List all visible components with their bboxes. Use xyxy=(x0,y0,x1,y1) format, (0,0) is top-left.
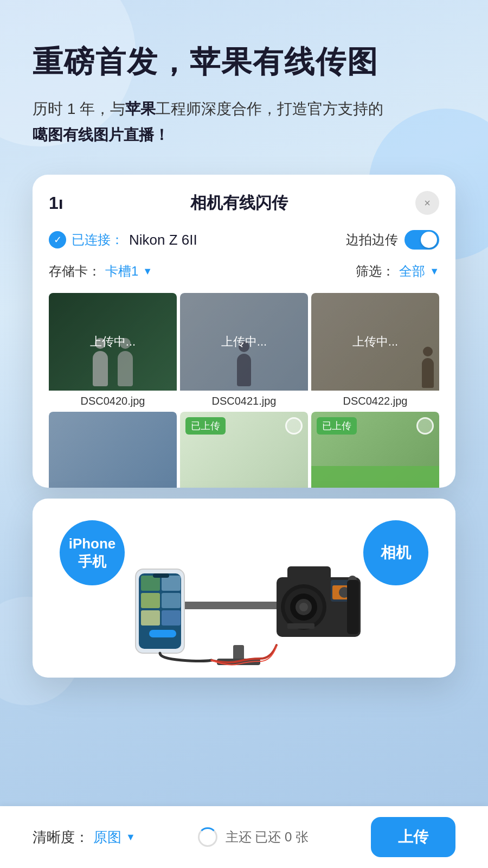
svg-rect-12 xyxy=(162,610,181,626)
progress-text: 主还 已还 0 张 xyxy=(226,828,309,846)
live-transfer-label: 边拍边传 xyxy=(346,231,398,248)
svg-rect-16 xyxy=(287,566,331,580)
photo-item-5[interactable]: 已上传 xyxy=(180,412,308,488)
app-logo: 1ı xyxy=(49,193,63,213)
close-button[interactable]: × xyxy=(415,191,439,215)
filter-label: 筛选： xyxy=(356,263,395,280)
svg-rect-11 xyxy=(141,610,160,626)
progress-indicator xyxy=(198,827,217,847)
page-subtitle: 历时 1 年，与苹果工程师深度合作，打造官方支持的 噶图有线图片直播！ xyxy=(33,96,455,148)
progress-info: 主还 已还 0 张 xyxy=(198,827,309,847)
quality-label: 清晰度： xyxy=(33,828,89,847)
main-dialog-card: 1ı 相机有线闪传 × ✓ 已连接： Nikon Z 6II 边拍边传 存储卡：… xyxy=(33,175,455,488)
quality-value: 原图 xyxy=(93,828,121,847)
select-circle-6[interactable] xyxy=(416,417,434,435)
connected-info: ✓ 已连接： Nikon Z 6II xyxy=(49,231,197,248)
check-icon: ✓ xyxy=(49,231,66,248)
storage-dropdown-icon: ▼ xyxy=(143,266,152,277)
dialog-title: 相机有线闪传 xyxy=(63,192,415,214)
svg-rect-9 xyxy=(141,593,160,608)
camera-bubble: 相机 xyxy=(363,520,428,585)
svg-rect-13 xyxy=(149,630,176,637)
photo-item-3[interactable]: 上传中... DSC0422.jpg xyxy=(311,293,439,412)
photo-grid-row2: 已上传 已上传 xyxy=(49,412,439,488)
storage-selector[interactable]: 存储卡： 卡槽1 ▼ xyxy=(49,263,152,280)
card-header: 1ı 相机有线闪传 × xyxy=(49,191,439,215)
photo-item-1[interactable]: 上传中... DSC0420.jpg xyxy=(49,293,177,412)
connected-label: 已连接： xyxy=(72,231,124,248)
subtitle-highlight: 苹果 xyxy=(125,100,156,117)
storage-label: 存储卡： xyxy=(49,263,101,280)
photo-name-3: DSC0422.jpg xyxy=(311,391,439,412)
subtitle-part2: 工程师深度合作，打造官方支持的 xyxy=(156,100,383,117)
svg-rect-14 xyxy=(153,573,169,578)
svg-rect-28 xyxy=(347,580,359,634)
photo-name-1: DSC0420.jpg xyxy=(49,391,177,412)
camera-rig-illustration xyxy=(119,526,369,667)
subtitle-part1: 历时 1 年，与 xyxy=(33,100,125,117)
svg-rect-7 xyxy=(141,576,160,591)
iphone-bubble: iPhone 手机 xyxy=(60,520,125,585)
storage-value: 卡槽1 xyxy=(105,263,138,280)
upload-button[interactable]: 上传 xyxy=(371,817,455,857)
uploading-text-3: 上传中... xyxy=(352,334,398,350)
live-transfer-toggle[interactable] xyxy=(404,230,439,250)
photo-item-2[interactable]: 上传中... DSC0421.jpg xyxy=(180,293,308,412)
photo-item-6[interactable]: 已上传 xyxy=(311,412,439,488)
quality-dropdown-icon: ▼ xyxy=(126,832,136,843)
svg-rect-27 xyxy=(287,623,314,629)
live-transfer-control[interactable]: 边拍边传 xyxy=(346,230,439,250)
page-headline: 重磅首发，苹果有线传图 xyxy=(33,43,455,80)
connection-row: ✓ 已连接： Nikon Z 6II 边拍边传 xyxy=(49,230,439,250)
photo-name-2: DSC0421.jpg xyxy=(180,391,308,412)
bottom-bar: 清晰度： 原图 ▼ 主还 已还 0 张 上传 xyxy=(0,806,488,868)
uploading-text-2: 上传中... xyxy=(221,334,267,350)
quality-select[interactable]: 清晰度： 原图 ▼ xyxy=(33,828,136,847)
svg-point-21 xyxy=(299,603,308,611)
storage-row: 存储卡： 卡槽1 ▼ 筛选： 全部 ▼ xyxy=(49,263,439,280)
photo-grid-row1: 上传中... DSC0420.jpg 上传中... D xyxy=(49,293,439,412)
filter-value: 全部 xyxy=(399,263,425,280)
uploaded-badge-6: 已上传 xyxy=(317,417,357,435)
svg-rect-10 xyxy=(162,593,181,608)
filter-dropdown-icon: ▼ xyxy=(429,266,439,277)
filter-selector[interactable]: 筛选： 全部 ▼ xyxy=(356,263,439,280)
select-circle-5[interactable] xyxy=(285,417,303,435)
uploaded-badge-5: 已上传 xyxy=(185,417,226,435)
bottom-illustration-panel: iPhone 手机 相机 xyxy=(33,499,455,678)
uploading-text-1: 上传中... xyxy=(90,334,136,350)
photo-item-4[interactable] xyxy=(49,412,177,488)
svg-rect-8 xyxy=(162,576,181,591)
subtitle-bold: 噶图有线图片直播！ xyxy=(33,126,169,143)
device-name: Nikon Z 6II xyxy=(129,232,197,248)
